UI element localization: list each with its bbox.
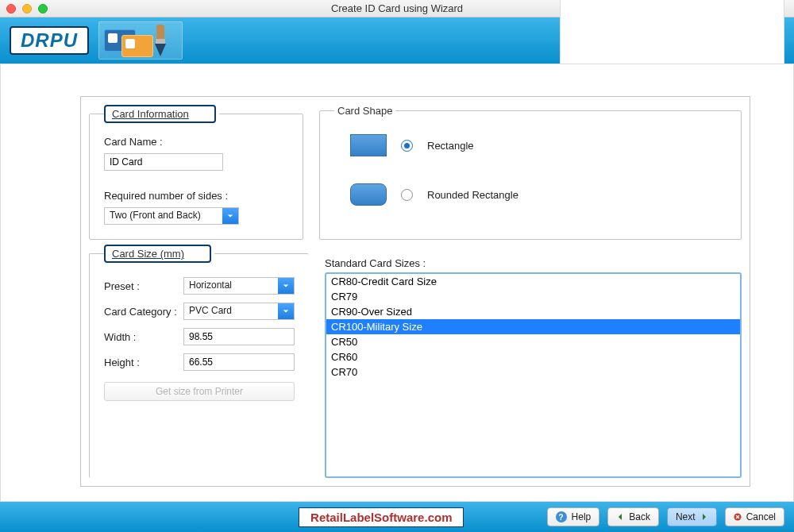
standard-sizes-list[interactable]: CR80-Credit Card SizeCR79CR90-Over Sized… xyxy=(325,272,742,478)
help-button[interactable]: ? Help xyxy=(547,507,600,526)
sides-select[interactable]: Two (Front and Back) xyxy=(104,207,239,225)
preset-select[interactable]: Horizontal xyxy=(183,277,295,295)
chevron-down-icon xyxy=(222,208,238,224)
brush-icon xyxy=(150,25,171,56)
cancel-button[interactable]: Cancel xyxy=(725,507,784,526)
sides-value: Two (Front and Back) xyxy=(105,208,222,224)
rounded-rectangle-label: Rounded Rectangle xyxy=(427,189,518,201)
help-icon: ? xyxy=(556,511,567,522)
app-header: DRPU DRPU ID Card Designer Corporate Edi… xyxy=(0,17,794,64)
card-shape-legend: Card Shape xyxy=(334,105,395,117)
list-item[interactable]: CR79 xyxy=(326,289,740,304)
category-select[interactable]: PVC Card xyxy=(183,303,295,320)
card-name-label: Card Name : xyxy=(104,136,163,148)
main-panel: Card Information Card Name : Required nu… xyxy=(0,64,794,502)
retail-badge: RetailLabelSoftware.com xyxy=(299,507,464,527)
arrow-right-icon xyxy=(700,513,708,521)
card-name-input[interactable] xyxy=(104,153,223,171)
list-item[interactable]: CR100-Military Size xyxy=(326,319,740,334)
get-size-from-printer-button[interactable]: Get size from Printer xyxy=(104,382,295,401)
card-size-group: Card Size (mm) Preset : Horizontal Card … xyxy=(89,245,309,478)
list-item[interactable]: CR80-Credit Card Size xyxy=(326,274,740,289)
width-label: Width : xyxy=(104,331,183,343)
height-input[interactable] xyxy=(183,353,295,371)
cancel-icon xyxy=(734,513,742,521)
height-label: Height : xyxy=(104,357,183,368)
chevron-down-icon xyxy=(278,278,294,294)
list-item[interactable]: CR70 xyxy=(326,364,740,380)
rounded-rectangle-preview-icon xyxy=(350,183,387,206)
logo: DRPU xyxy=(10,26,89,55)
list-item[interactable]: CR60 xyxy=(326,349,740,364)
preset-label: Preset : xyxy=(104,280,183,292)
card-information-group: Card Information Card Name : Required nu… xyxy=(89,105,303,240)
card-shape-group: Card Shape Rectangle Rounded Rectangle xyxy=(319,105,742,240)
shape-rectangle-row[interactable]: Rectangle xyxy=(334,128,727,163)
category-label: Card Category : xyxy=(104,306,183,318)
card-size-legend: Card Size (mm) xyxy=(104,245,211,263)
list-item[interactable]: CR50 xyxy=(326,334,740,349)
next-button[interactable]: Next xyxy=(667,507,717,526)
rounded-rectangle-radio[interactable] xyxy=(401,189,413,201)
header-icon-group xyxy=(98,21,183,60)
standard-sizes-group: Standard Card Sizes : CR80-Credit Card S… xyxy=(325,245,742,478)
card-info-legend: Card Information xyxy=(104,105,216,123)
rectangle-preview-icon xyxy=(350,134,387,156)
sides-label: Required number of sides : xyxy=(104,190,228,202)
rectangle-label: Rectangle xyxy=(427,140,474,152)
shape-rounded-row[interactable]: Rounded Rectangle xyxy=(334,177,727,212)
footer-bar: RetailLabelSoftware.com ? Help Back Next… xyxy=(0,502,794,532)
rectangle-radio[interactable] xyxy=(401,140,413,152)
list-item[interactable]: CR90-Over Sized xyxy=(326,304,740,319)
chevron-down-icon xyxy=(278,303,294,319)
back-button[interactable]: Back xyxy=(607,507,659,526)
arrow-left-icon xyxy=(616,513,624,521)
id-card-orange-icon xyxy=(121,35,153,57)
width-input[interactable] xyxy=(183,328,295,345)
standard-sizes-label: Standard Card Sizes : xyxy=(325,257,742,269)
